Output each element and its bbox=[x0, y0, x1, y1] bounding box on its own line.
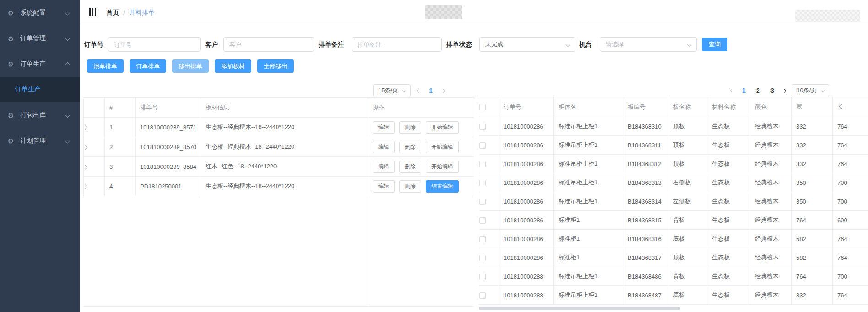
right-prev-page-button[interactable] bbox=[731, 89, 734, 92]
delete-button[interactable]: 删除 bbox=[399, 161, 421, 173]
action-button[interactable]: 移出排单 bbox=[172, 59, 209, 73]
table-row: 101810000286标准柜1B184368316底板生态板经典檀木58276… bbox=[479, 230, 868, 248]
data-cell: 764 bbox=[792, 267, 833, 286]
table-row: 101810000288标准吊柜上柜1B184368487底板生态板经典檀木33… bbox=[479, 286, 868, 305]
data-cell: 764 bbox=[833, 136, 868, 155]
checkbox-cell bbox=[479, 267, 499, 286]
edit-button[interactable]: 编辑 bbox=[373, 141, 395, 153]
edit-button[interactable]: 编辑 bbox=[373, 180, 395, 193]
row-checkbox[interactable] bbox=[479, 255, 486, 261]
delete-button[interactable]: 删除 bbox=[399, 121, 421, 134]
finish-edit-button[interactable]: 结束编辑 bbox=[426, 180, 459, 193]
data-cell: 332 bbox=[792, 136, 833, 155]
right-page-number[interactable]: 1 bbox=[740, 87, 748, 94]
machine-select[interactable]: 请选择 bbox=[600, 37, 697, 52]
status-label: 排单状态 bbox=[446, 41, 472, 49]
expand-row-icon[interactable] bbox=[84, 165, 88, 169]
chevron-right-icon bbox=[782, 88, 787, 93]
left-next-page-button[interactable] bbox=[441, 89, 445, 92]
breadcrumb-current: 开料排单 bbox=[129, 9, 155, 17]
topbar: 首页 / 开料排单 bbox=[80, 0, 868, 24]
redacted-user-menu[interactable] bbox=[795, 10, 860, 22]
right-page-number[interactable]: 3 bbox=[768, 87, 776, 94]
sidebar-item-label: 计划管理 bbox=[20, 137, 46, 145]
operation-cell: 编辑删除开始编辑 bbox=[368, 137, 474, 157]
sidebar-item[interactable]: ⚙计划管理 bbox=[0, 128, 80, 154]
data-cell: 764 bbox=[792, 211, 833, 230]
data-cell: 350 bbox=[792, 173, 833, 192]
action-button[interactable]: 混单排单 bbox=[87, 59, 124, 73]
delete-button[interactable]: 删除 bbox=[399, 180, 421, 193]
action-button[interactable]: 全部移出 bbox=[257, 59, 294, 73]
sidebar-item[interactable]: ⚙打包出库 bbox=[0, 102, 80, 128]
row-checkbox[interactable] bbox=[479, 161, 486, 167]
right-page-size-select[interactable]: 10条/页 bbox=[792, 84, 829, 97]
expand-row-icon[interactable] bbox=[84, 125, 88, 130]
data-cell: 经典檀木 bbox=[750, 267, 792, 286]
left-prev-page-button[interactable] bbox=[417, 89, 420, 92]
row-checkbox[interactable] bbox=[479, 236, 486, 242]
data-cell: 经典檀木 bbox=[750, 230, 792, 248]
checkbox-cell bbox=[479, 173, 499, 192]
sidebar-collapse-icon[interactable] bbox=[89, 8, 96, 16]
row-checkbox[interactable] bbox=[479, 180, 486, 186]
expand-row-icon[interactable] bbox=[84, 145, 88, 150]
data-cell: 顶板 bbox=[668, 117, 707, 136]
column-header: 排单号 bbox=[136, 98, 201, 118]
data-cell: 背板 bbox=[668, 211, 707, 230]
status-select[interactable]: 未完成 bbox=[479, 37, 575, 52]
data-cell: B184368311 bbox=[623, 136, 668, 155]
delete-button[interactable]: 删除 bbox=[399, 141, 421, 153]
edit-button[interactable]: 编辑 bbox=[373, 121, 395, 134]
chevron-down-icon bbox=[65, 11, 70, 15]
right-next-page-button[interactable] bbox=[782, 89, 786, 92]
column-header: 宽 bbox=[792, 97, 833, 117]
data-cell: 生态板 bbox=[707, 286, 750, 305]
left-page-size-select[interactable]: 15条/页 bbox=[373, 84, 411, 97]
search-button[interactable]: 查询 bbox=[702, 38, 727, 51]
sidebar-item[interactable]: ⚙系统配置 bbox=[0, 0, 80, 26]
left-page-number[interactable]: 1 bbox=[427, 87, 435, 94]
data-cell: 332 bbox=[792, 117, 833, 136]
data-cell: 经典檀木 bbox=[750, 211, 792, 230]
data-cell: 101810000286 bbox=[499, 211, 554, 230]
chevron-down-icon bbox=[566, 42, 570, 47]
action-button[interactable]: 订单排单 bbox=[130, 59, 166, 73]
data-cell: 经典檀木 bbox=[750, 173, 792, 192]
start-edit-button[interactable]: 开始编辑 bbox=[426, 161, 459, 173]
action-button[interactable]: 添加板材 bbox=[215, 59, 251, 73]
remark-input[interactable] bbox=[352, 37, 442, 52]
sidebar: ⚙系统配置⚙订单管理⚙订单生产订单生产⚙打包出库⚙计划管理 bbox=[0, 0, 80, 312]
data-cell: 101810000288 bbox=[499, 267, 554, 286]
right-pagination: 12310条/页 bbox=[731, 84, 829, 97]
data-cell: 764 bbox=[833, 117, 868, 136]
row-checkbox[interactable] bbox=[479, 292, 486, 299]
sidebar-item[interactable]: ⚙订单生产 bbox=[0, 51, 80, 77]
data-cell: 764 bbox=[833, 155, 868, 173]
start-edit-button[interactable]: 开始编辑 bbox=[426, 121, 459, 134]
schedule-no: 101810000289_8584 bbox=[136, 157, 201, 177]
expand-row-icon[interactable] bbox=[84, 184, 88, 189]
sidebar-subitem-label: 订单生产 bbox=[0, 86, 41, 94]
row-checkbox[interactable] bbox=[479, 142, 486, 149]
row-checkbox[interactable] bbox=[479, 199, 486, 205]
right-page-number[interactable]: 2 bbox=[754, 87, 762, 94]
sidebar-item[interactable]: ⚙订单管理 bbox=[0, 26, 80, 51]
operation-cell: 编辑删除开始编辑 bbox=[368, 118, 474, 137]
data-cell: 101810000286 bbox=[499, 155, 554, 173]
order-no-input[interactable] bbox=[108, 37, 201, 52]
edit-button[interactable]: 编辑 bbox=[373, 161, 395, 173]
row-checkbox[interactable] bbox=[479, 124, 486, 130]
breadcrumb-home[interactable]: 首页 bbox=[106, 9, 119, 17]
data-cell: 标准吊柜上柜1 bbox=[554, 267, 623, 286]
select-all-checkbox[interactable] bbox=[479, 104, 486, 110]
row-checkbox[interactable] bbox=[479, 217, 486, 224]
customer-input[interactable] bbox=[223, 37, 314, 52]
horizontal-scrollbar[interactable] bbox=[479, 307, 680, 310]
row-checkbox[interactable] bbox=[479, 274, 486, 280]
data-cell: 101810000286 bbox=[499, 173, 554, 192]
column-header: 订单号 bbox=[499, 97, 554, 117]
start-edit-button[interactable]: 开始编辑 bbox=[426, 141, 459, 153]
sidebar-subitem-active[interactable]: 订单生产 bbox=[0, 77, 80, 102]
data-cell: 生态板 bbox=[707, 267, 750, 286]
